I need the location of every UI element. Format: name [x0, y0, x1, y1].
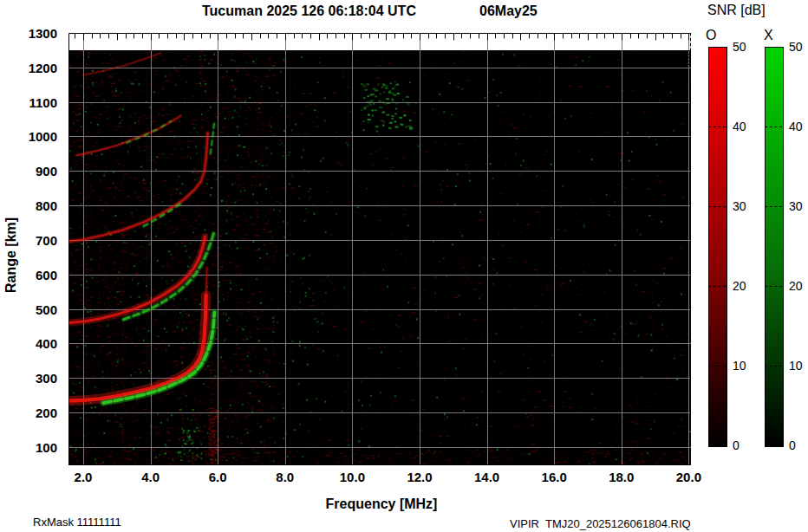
x-tick-label: 8.0: [257, 470, 313, 484]
x-tick-label: 6.0: [190, 470, 245, 484]
y-tick-label: 600: [10, 268, 57, 282]
o-mode-label: O: [706, 28, 716, 43]
y-tick-label: 1200: [10, 61, 57, 75]
colorbar-tick-dash-x: [765, 366, 782, 367]
colorbar-tick-dash-o: [708, 206, 726, 207]
ionogram-canvas: [68, 33, 691, 465]
y-tick-label: 200: [10, 405, 57, 420]
plot-date: 06May25: [479, 3, 538, 19]
x-tick-label: 20.0: [661, 470, 716, 484]
colorbar-tick-label-x: 40: [789, 120, 808, 133]
colorbar-tick-dash-x: [765, 127, 782, 127]
colorbar-title: SNR [dB]: [707, 3, 766, 18]
y-tick-label: 1100: [10, 95, 57, 110]
colorbar-tick-label-o: 30: [733, 199, 759, 213]
y-tick-label: 400: [10, 336, 57, 351]
colorbar-tick-label-o: 10: [733, 359, 759, 373]
x-tick-label: 14.0: [459, 470, 515, 484]
x-tick-label: 12.0: [392, 470, 447, 484]
colorbar-tick-label-x: 20: [789, 279, 808, 293]
x-tick-label: 4.0: [123, 470, 179, 484]
colorbar-tick-label-x: 50: [789, 40, 808, 54]
x-mode-colorbar: [765, 47, 784, 447]
y-tick-label: 100: [10, 440, 57, 455]
y-tick-label: 1300: [10, 26, 57, 41]
colorbar-tick-dash-x: [765, 206, 782, 207]
colorbar-tick-label-o: 50: [733, 40, 759, 54]
y-tick-label: 300: [10, 371, 57, 386]
x-tick-label: 16.0: [526, 470, 582, 484]
x-tick-label: 2.0: [55, 470, 111, 484]
y-tick-label: 800: [10, 198, 57, 213]
colorbar-tick-dash-o: [708, 366, 726, 367]
ionogram-viewer: Tucuman 2025 126 06:18:04 UTC 06May25 Ra…: [0, 0, 808, 532]
colorbar-tick-label-x: 30: [789, 199, 808, 213]
o-mode-colorbar: [708, 47, 727, 447]
x-tick-label: 10.0: [324, 470, 380, 484]
colorbar-tick-label-o: 20: [733, 279, 759, 293]
colorbar-tick-dash-o: [708, 127, 726, 127]
x-tick-label: 18.0: [594, 470, 649, 484]
colorbar-tick-label-o: 0: [733, 438, 759, 452]
x-mode-label: X: [764, 28, 773, 43]
y-tick-label: 900: [10, 164, 57, 178]
colorbar-tick-label-x: 0: [789, 438, 808, 452]
colorbar-tick-label-x: 10: [789, 359, 808, 373]
plot-title: Tucuman 2025 126 06:18:04 UTC: [202, 3, 416, 19]
y-tick-label: 1000: [10, 129, 57, 144]
frequency-axis-label: Frequency [MHz]: [286, 496, 477, 512]
y-tick-label: 700: [10, 233, 57, 248]
source-filename: VIPIR TMJ20_2025126061804.RIQ: [510, 517, 691, 530]
colorbar-tick-dash-x: [765, 286, 782, 287]
y-tick-label: 500: [10, 302, 57, 317]
colorbar-tick-label-o: 40: [733, 120, 759, 133]
rxmask-status: RxMask 11111111: [33, 516, 121, 529]
colorbar-tick-dash-o: [708, 286, 726, 287]
